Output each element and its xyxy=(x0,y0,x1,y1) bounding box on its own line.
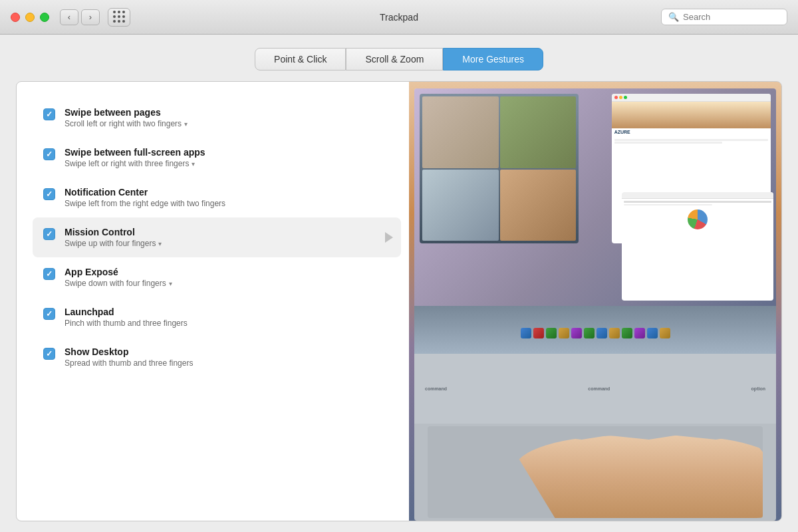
option-title-swipe-fullscreen: Swipe between full-screen apps xyxy=(65,147,205,158)
chevron-down-icon: ▾ xyxy=(169,280,172,287)
dock-icon xyxy=(571,328,582,338)
check-icon: ✓ xyxy=(46,270,53,278)
kb-command-right: command xyxy=(588,386,610,391)
option-launchpad: ✓ Launchpad Pinch with thumb and three f… xyxy=(38,297,396,337)
grid-icon xyxy=(113,11,126,23)
back-icon: ‹ xyxy=(68,12,70,22)
checkbox-show-desktop[interactable]: ✓ xyxy=(43,348,55,360)
settings-panel: ✓ Swipe between pages Scroll left or rig… xyxy=(16,81,782,521)
checkbox-swipe-fullscreen[interactable]: ✓ xyxy=(43,148,55,160)
mc-background: AZURE xyxy=(414,88,776,360)
window-title: Trackpad xyxy=(380,12,418,23)
search-icon: 🔍 xyxy=(668,12,679,22)
option-title-app-expose: App Exposé xyxy=(65,267,172,277)
option-subtitle-swipe-pages: Scroll left or right with two fingers ▾ xyxy=(65,119,188,128)
option-subtitle-show-desktop: Spread with thumb and three fingers xyxy=(65,358,193,368)
options-list: ✓ Swipe between pages Scroll left or rig… xyxy=(17,82,409,521)
check-icon: ✓ xyxy=(46,150,53,158)
option-subtitle-app-expose: Swipe down with four fingers ▾ xyxy=(65,279,172,288)
option-title-launchpad: Launchpad xyxy=(65,307,188,317)
mc-window-photos xyxy=(420,94,579,243)
option-subtitle-notification-center: Swipe left from the right edge with two … xyxy=(65,199,225,208)
hand-image xyxy=(515,436,763,518)
option-title-mission-control: Mission Control xyxy=(65,227,162,237)
minimize-button[interactable] xyxy=(25,13,35,22)
checkbox-swipe-pages[interactable]: ✓ xyxy=(43,108,55,120)
mc-dock xyxy=(414,306,776,360)
option-title-notification-center: Notification Center xyxy=(65,187,225,198)
keyboard-area: command command option xyxy=(414,354,776,424)
apps-grid-button[interactable] xyxy=(108,8,130,27)
azure-label: AZURE xyxy=(612,128,771,136)
tab-more-gestures[interactable]: More Gestures xyxy=(443,48,543,70)
option-swipe-fullscreen: ✓ Swipe between full-screen apps Swipe l… xyxy=(38,138,396,178)
laptop-screen: AZURE xyxy=(414,88,776,360)
option-title-swipe-pages: Swipe between pages xyxy=(65,107,188,118)
tab-scroll-zoom[interactable]: Scroll & Zoom xyxy=(346,48,443,70)
chevron-down-icon: ▾ xyxy=(192,160,195,168)
dock-icon xyxy=(660,328,670,338)
checkbox-app-expose[interactable]: ✓ xyxy=(43,268,55,280)
option-subtitle-mission-control: Swipe up with four fingers ▾ xyxy=(65,239,162,248)
dock-icon xyxy=(521,328,531,338)
dock-icon xyxy=(647,328,658,338)
chevron-down-icon: ▾ xyxy=(184,120,188,128)
dock-icon xyxy=(609,328,620,338)
dock-icon xyxy=(546,328,557,338)
checkbox-notification-center[interactable]: ✓ xyxy=(43,188,55,200)
preview-image: AZURE xyxy=(409,82,781,521)
option-subtitle-swipe-fullscreen: Swipe left or right with three fingers ▾ xyxy=(65,159,205,168)
laptop-bottom: command command option xyxy=(414,354,776,521)
checkbox-launchpad[interactable]: ✓ xyxy=(43,308,55,320)
pie-chart xyxy=(688,209,708,229)
option-swipe-pages: ✓ Swipe between pages Scroll left or rig… xyxy=(38,98,396,138)
option-title-show-desktop: Show Desktop xyxy=(65,346,193,357)
kb-command-left: command xyxy=(425,386,447,391)
dock-icon xyxy=(584,328,595,338)
tab-point-click[interactable]: Point & Click xyxy=(255,48,346,70)
titlebar: ‹ › Trackpad 🔍 xyxy=(0,0,798,35)
close-button[interactable] xyxy=(11,13,20,22)
dock-icon xyxy=(533,328,544,338)
checkbox-mission-control[interactable]: ✓ xyxy=(43,228,55,240)
search-bar: 🔍 xyxy=(661,9,787,25)
mc-window-chart xyxy=(622,192,773,301)
maximize-button[interactable] xyxy=(40,13,49,22)
check-icon: ✓ xyxy=(46,310,53,318)
option-mission-control[interactable]: ✓ Mission Control Swipe up with four fin… xyxy=(33,217,401,257)
forward-button[interactable]: › xyxy=(81,9,100,25)
option-show-desktop: ✓ Show Desktop Spread with thumb and thr… xyxy=(38,337,396,377)
trackpad-area xyxy=(428,426,763,518)
dock-icon xyxy=(597,328,607,338)
dock-icon xyxy=(634,328,645,338)
check-icon: ✓ xyxy=(46,110,53,118)
nav-buttons: ‹ › xyxy=(60,9,100,25)
kb-option: option xyxy=(751,386,765,391)
tabs-container: Point & Click Scroll & Zoom More Gesture… xyxy=(0,35,798,70)
forward-icon: › xyxy=(89,12,92,22)
check-icon: ✓ xyxy=(46,350,53,358)
traffic-lights xyxy=(11,13,49,22)
back-button[interactable]: ‹ xyxy=(60,9,78,25)
dock-icon xyxy=(622,328,632,338)
option-subtitle-launchpad: Pinch with thumb and three fingers xyxy=(65,319,188,328)
option-app-expose: ✓ App Exposé Swipe down with four finger… xyxy=(38,257,396,297)
option-notification-center: ✓ Notification Center Swipe left from th… xyxy=(38,178,396,217)
check-icon: ✓ xyxy=(46,230,53,238)
dock-icon xyxy=(559,328,569,338)
chevron-down-icon: ▾ xyxy=(158,240,162,247)
main-content: Point & Click Scroll & Zoom More Gesture… xyxy=(0,35,798,532)
search-input[interactable] xyxy=(683,12,780,22)
check-icon: ✓ xyxy=(46,190,53,198)
mc-preview-graphic: AZURE xyxy=(409,82,781,521)
